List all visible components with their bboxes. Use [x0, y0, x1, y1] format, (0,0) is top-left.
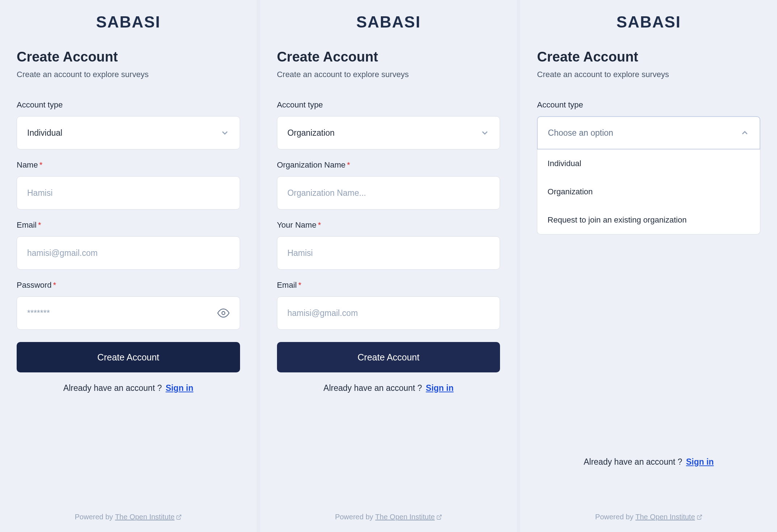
chevron-up-icon [740, 128, 749, 138]
signin-prompt: Already have an account ? [63, 383, 162, 393]
signup-panel-organization: SABASI Create Account Create an account … [260, 0, 517, 532]
signin-link[interactable]: Sign in [686, 457, 714, 466]
svg-line-2 [439, 515, 441, 518]
password-label: Password* [17, 280, 240, 290]
organization-name-label: Organization Name* [277, 160, 500, 170]
signin-prompt: Already have an account ? [323, 383, 422, 393]
account-type-select[interactable]: Individual [17, 116, 240, 149]
your-name-label: Your Name* [277, 220, 500, 230]
password-field-wrap [17, 296, 240, 330]
signup-panel-individual: SABASI Create Account Create an account … [0, 0, 257, 532]
external-link-icon [176, 514, 182, 520]
chevron-down-icon [220, 128, 230, 138]
account-type-select[interactable]: Choose an option [537, 116, 760, 149]
svg-line-3 [699, 515, 701, 518]
footer-link[interactable]: The Open Institute [635, 513, 702, 521]
create-account-button[interactable]: Create Account [17, 342, 240, 372]
signin-prompt: Already have an account ? [584, 457, 682, 466]
your-name-field-wrap [277, 236, 500, 270]
signin-row: Already have an account ? Sign in [537, 457, 760, 467]
page-title: Create Account [277, 49, 500, 65]
chevron-down-icon [480, 128, 490, 138]
svg-line-1 [178, 515, 181, 518]
email-input[interactable] [27, 248, 230, 258]
organization-name-field-wrap [277, 176, 500, 210]
brand-logo: SABASI [356, 13, 421, 31]
footer-link[interactable]: The Open Institute [115, 513, 182, 521]
email-label: Email* [277, 280, 500, 290]
signin-link[interactable]: Sign in [426, 383, 454, 393]
account-type-placeholder: Choose an option [548, 128, 613, 138]
signin-link[interactable]: Sign in [165, 383, 193, 393]
account-type-label: Account type [17, 100, 240, 110]
signup-panel-dropdown-open: SABASI Create Account Create an account … [520, 0, 777, 532]
option-organization[interactable]: Organization [537, 178, 760, 206]
page-subtitle: Create an account to explore surveys [277, 70, 500, 79]
footer: Powered by The Open Institute [0, 513, 257, 521]
signin-row: Already have an account ? Sign in [277, 383, 500, 393]
email-input[interactable] [287, 308, 490, 318]
brand-logo: SABASI [617, 13, 681, 31]
eye-icon[interactable] [217, 307, 230, 319]
external-link-icon [697, 514, 702, 520]
organization-name-input[interactable] [287, 188, 490, 198]
footer-link[interactable]: The Open Institute [375, 513, 442, 521]
external-link-icon [436, 514, 442, 520]
logo-wrap: SABASI [17, 13, 240, 31]
password-input[interactable] [27, 308, 213, 318]
your-name-input[interactable] [287, 248, 490, 258]
page-subtitle: Create an account to explore surveys [537, 70, 760, 79]
brand-logo: SABASI [96, 13, 160, 31]
account-type-dropdown: Individual Organization Request to join … [537, 149, 760, 235]
footer-prefix: Powered by [75, 513, 115, 521]
logo-wrap: SABASI [277, 13, 500, 31]
name-label: Name* [17, 160, 240, 170]
account-type-value: Organization [287, 128, 335, 138]
footer: Powered by The Open Institute [520, 513, 777, 521]
page-subtitle: Create an account to explore surveys [17, 70, 240, 79]
create-account-button[interactable]: Create Account [277, 342, 500, 372]
footer-prefix: Powered by [335, 513, 375, 521]
footer-prefix: Powered by [595, 513, 635, 521]
email-label: Email* [17, 220, 240, 230]
email-field-wrap [17, 236, 240, 270]
page-title: Create Account [17, 49, 240, 65]
footer: Powered by The Open Institute [260, 513, 517, 521]
account-type-value: Individual [27, 128, 62, 138]
signin-row: Already have an account ? Sign in [17, 383, 240, 393]
page-title: Create Account [537, 49, 760, 65]
account-type-select[interactable]: Organization [277, 116, 500, 149]
option-individual[interactable]: Individual [537, 149, 760, 178]
email-field-wrap [277, 296, 500, 330]
logo-wrap: SABASI [537, 13, 760, 31]
account-type-label: Account type [277, 100, 500, 110]
option-request-existing[interactable]: Request to join an existing organization [537, 206, 760, 234]
name-input[interactable] [27, 188, 230, 198]
name-field-wrap [17, 176, 240, 210]
account-type-label: Account type [537, 100, 760, 110]
svg-point-0 [222, 312, 225, 315]
